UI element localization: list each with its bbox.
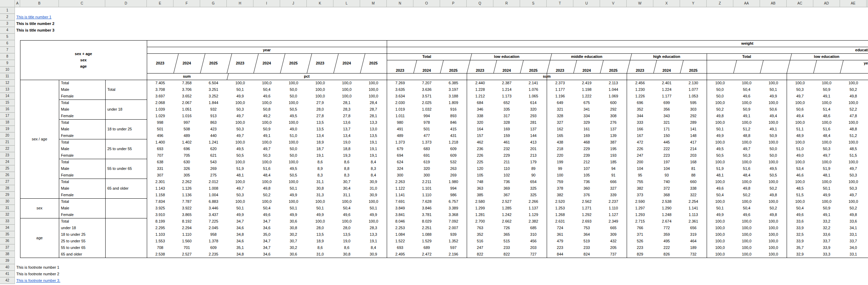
data-cell[interactable]: 344: [627, 113, 653, 119]
data-cell[interactable]: 211: [493, 159, 520, 165]
data-cell[interactable]: 49,6: [333, 211, 360, 218]
data-cell[interactable]: 100,0: [840, 100, 867, 106]
data-cell[interactable]: 50,5: [227, 152, 253, 159]
data-cell[interactable]: 159: [493, 132, 520, 139]
data-cell[interactable]: 1.196: [547, 93, 573, 100]
data-cell[interactable]: 893: [440, 113, 467, 119]
year-cell[interactable]: 2024: [653, 60, 680, 73]
data-cell[interactable]: 226: [627, 146, 653, 152]
category-cell[interactable]: 25 to under 55: [59, 238, 105, 244]
data-cell[interactable]: 28,0: [307, 225, 333, 231]
age-group-cell[interactable]: 65 and older: [105, 179, 147, 198]
data-cell[interactable]: 50,1: [760, 86, 787, 93]
data-cell[interactable]: 300: [387, 172, 413, 179]
row-header-cell[interactable]: 5: [0, 34, 15, 40]
data-cell[interactable]: 269: [200, 165, 227, 172]
data-cell[interactable]: 48,5: [787, 185, 813, 192]
data-cell[interactable]: 1.110: [413, 192, 440, 198]
title-cell[interactable]: This is title number 3: [16, 27, 54, 34]
category-cell[interactable]: Total: [59, 159, 105, 165]
data-cell[interactable]: 49,5: [227, 146, 253, 152]
data-cell[interactable]: 699: [653, 100, 680, 106]
data-cell[interactable]: 519: [573, 238, 600, 244]
weight-header-cell[interactable]: weight: [627, 40, 868, 47]
data-cell[interactable]: 100,0: [707, 159, 733, 165]
data-cell[interactable]: 456: [520, 238, 547, 244]
column-header-cell[interactable]: Y: [680, 0, 707, 7]
data-cell[interactable]: 81: [680, 165, 707, 172]
data-cell[interactable]: 1.177: [653, 93, 680, 100]
data-cell[interactable]: 49,7: [227, 132, 253, 139]
data-cell[interactable]: 222: [653, 146, 680, 152]
data-cell[interactable]: 19,1: [360, 238, 387, 244]
data-cell[interactable]: 51,0: [787, 146, 813, 152]
data-cell[interactable]: 49,8: [707, 113, 733, 119]
data-cell[interactable]: 239: [573, 152, 600, 159]
data-cell[interactable]: 100,0: [707, 238, 733, 244]
data-cell[interactable]: 2.113: [600, 80, 627, 86]
data-cell[interactable]: 1.051: [173, 106, 200, 113]
data-cell[interactable]: 94: [600, 165, 627, 172]
row-header-cell[interactable]: 42: [0, 277, 15, 284]
data-cell[interactable]: 49,1: [253, 132, 280, 139]
data-cell[interactable]: 100,0: [733, 80, 760, 86]
column-header-cell[interactable]: AA: [733, 0, 760, 7]
data-cell[interactable]: 3.446: [200, 205, 227, 211]
data-cell[interactable]: 31,1: [307, 179, 333, 185]
column-header-cell[interactable]: O: [413, 0, 440, 7]
category-cell[interactable]: Female: [59, 172, 105, 179]
data-cell[interactable]: 34,8: [227, 231, 253, 238]
data-cell[interactable]: 50,5: [280, 172, 307, 179]
data-cell[interactable]: 1.065: [520, 93, 547, 100]
column-header-cell[interactable]: I: [253, 0, 280, 7]
data-cell[interactable]: 652: [493, 100, 520, 106]
data-cell[interactable]: 100,0: [227, 198, 253, 205]
row-header-cell[interactable]: 32: [0, 211, 15, 218]
column-header-cell[interactable]: J: [280, 0, 307, 7]
data-cell[interactable]: 100,0: [813, 198, 840, 205]
data-cell[interactable]: 100,0: [733, 139, 760, 146]
data-cell[interactable]: 100,0: [280, 159, 307, 165]
data-cell[interactable]: 100,0: [707, 218, 733, 225]
row-header-cell[interactable]: 13: [0, 86, 15, 93]
data-cell[interactable]: 30,8: [307, 185, 333, 192]
data-cell[interactable]: 50,9: [253, 126, 280, 132]
data-cell[interactable]: 100,0: [360, 80, 387, 86]
row-header-cell[interactable]: 33: [0, 218, 15, 225]
data-cell[interactable]: 105: [573, 172, 600, 179]
data-cell[interactable]: 51,4: [813, 106, 840, 113]
column-header-cell[interactable]: E: [147, 0, 173, 7]
year-cell[interactable]: 2025: [680, 60, 707, 73]
data-cell[interactable]: 1.198: [573, 86, 600, 93]
data-cell[interactable]: 100,0: [253, 80, 280, 86]
data-cell[interactable]: 461: [493, 139, 520, 146]
data-cell[interactable]: 2.263: [387, 179, 413, 185]
data-cell[interactable]: 49,9: [280, 211, 307, 218]
column-header-cell[interactable]: AC: [787, 0, 813, 7]
data-cell[interactable]: 31,0: [307, 251, 333, 258]
data-cell[interactable]: 701: [173, 244, 200, 251]
data-cell[interactable]: 100,0: [813, 119, 840, 126]
data-cell[interactable]: 93: [653, 172, 680, 179]
data-cell[interactable]: 100,0: [707, 119, 733, 126]
data-cell[interactable]: 8,4: [360, 172, 387, 179]
data-cell[interactable]: 34,7: [227, 218, 253, 225]
data-cell[interactable]: 50,3: [787, 86, 813, 93]
data-cell[interactable]: 50,0: [707, 93, 733, 100]
data-cell[interactable]: 1.077: [680, 86, 707, 93]
data-cell[interactable]: 675: [573, 100, 600, 106]
row-header-cell[interactable]: 31: [0, 205, 15, 211]
data-cell[interactable]: 34,6: [253, 251, 280, 258]
data-cell[interactable]: 33,7: [813, 238, 840, 244]
data-cell[interactable]: 50,2: [707, 106, 733, 113]
data-cell[interactable]: 49,8: [760, 192, 787, 198]
group-header-cell[interactable]: middle education: [547, 53, 627, 60]
category-cell[interactable]: Total: [59, 218, 105, 225]
data-cell[interactable]: 2.590: [627, 198, 653, 205]
data-cell[interactable]: 385: [467, 192, 493, 198]
data-cell[interactable]: 8,3: [307, 172, 333, 179]
data-cell[interactable]: 48,1: [227, 172, 253, 179]
category-cell[interactable]: Total: [59, 119, 105, 126]
data-cell[interactable]: 2.527: [493, 198, 520, 205]
data-cell[interactable]: 100,0: [280, 179, 307, 185]
